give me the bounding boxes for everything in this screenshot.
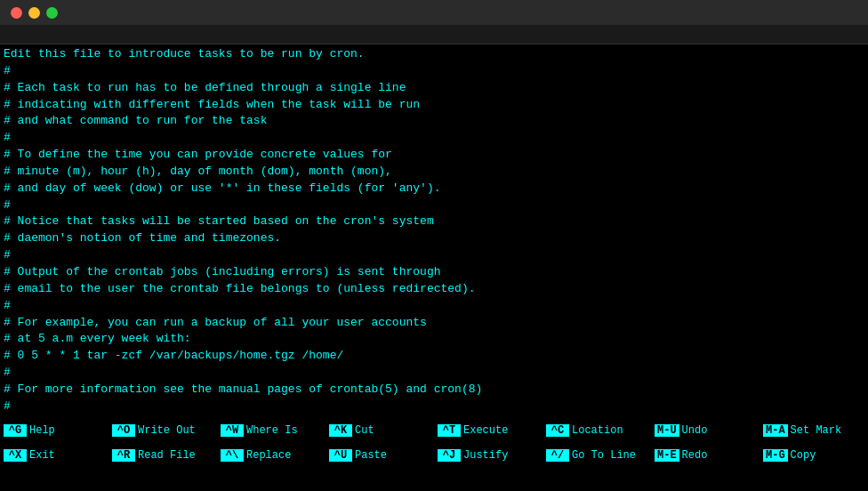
shortcut-item[interactable]: ^XExit [0, 443, 108, 468]
shortcut-key-label: M-G [763, 449, 788, 462]
shortcut-row-2: ^XExit^RRead File^\Replace^UPaste^JJusti… [0, 443, 868, 468]
maximize-button[interactable] [46, 7, 58, 19]
shortcut-action-label: Copy [791, 449, 816, 462]
shortcut-key-label: ^\ [221, 449, 244, 462]
shortcut-item[interactable]: ^\Replace [217, 443, 326, 468]
shortcut-action-label: Replace [246, 449, 291, 462]
shortcut-action-label: Cut [355, 424, 374, 437]
shortcut-key-label: ^/ [546, 449, 569, 462]
shortcut-bar: ^GHelp^OWrite Out^WWhere Is^KCut^TExecut… [0, 418, 868, 468]
shortcut-action-label: Justify [463, 449, 508, 462]
shortcut-key-label: ^G [4, 424, 27, 437]
shortcut-key-label: ^K [329, 424, 352, 437]
shortcut-action-label: Help [29, 424, 55, 437]
shortcut-item[interactable]: ^WWhere Is [217, 418, 326, 443]
shortcut-action-label: Paste [355, 449, 387, 462]
shortcut-item[interactable]: M-GCopy [760, 443, 868, 468]
shortcut-item[interactable]: ^OWrite Out [108, 418, 217, 443]
nano-topbar [0, 25, 868, 44]
shortcut-key-label: M-E [655, 449, 679, 462]
shortcut-key-label: ^R [112, 449, 135, 462]
shortcut-row-1: ^GHelp^OWrite Out^WWhere Is^KCut^TExecut… [0, 418, 868, 443]
shortcut-item[interactable]: ^/Go To Line [542, 443, 651, 468]
shortcut-item[interactable]: ^JJustify [434, 443, 542, 468]
shortcut-action-label: Exit [29, 449, 55, 462]
shortcut-action-label: Read File [138, 449, 196, 462]
shortcut-action-label: Set Mark [791, 424, 842, 437]
shortcut-key-label: ^X [4, 449, 27, 462]
shortcut-item[interactable]: M-ASet Mark [760, 418, 868, 443]
shortcut-key-label: ^J [438, 449, 461, 462]
shortcut-action-label: Write Out [138, 424, 196, 437]
shortcut-action-label: Go To Line [572, 449, 636, 462]
shortcut-action-label: Redo [682, 449, 708, 462]
shortcut-action-label: Execute [463, 424, 508, 437]
close-button[interactable] [11, 7, 22, 19]
shortcut-item[interactable]: ^GHelp [0, 418, 108, 443]
shortcut-key-label: ^U [329, 449, 352, 462]
shortcut-key-label: M-U [655, 424, 679, 437]
shortcut-item[interactable]: M-UUndo [651, 418, 760, 443]
editor-area[interactable]: Edit this file to introduce tasks to be … [0, 44, 868, 418]
minimize-button[interactable] [28, 7, 40, 19]
shortcut-item[interactable]: ^UPaste [326, 443, 434, 468]
shortcut-item[interactable]: M-ERedo [651, 443, 760, 468]
shortcut-key-label: ^W [221, 424, 244, 437]
shortcut-item[interactable]: ^RRead File [108, 443, 217, 468]
shortcut-key-label: ^O [112, 424, 135, 437]
shortcut-action-label: Undo [682, 424, 708, 437]
shortcut-item[interactable]: ^CLocation [542, 418, 651, 443]
shortcut-key-label: M-A [763, 424, 788, 437]
shortcut-item[interactable]: ^KCut [326, 418, 434, 443]
window-controls [11, 7, 58, 19]
shortcut-action-label: Where Is [246, 424, 298, 437]
shortcut-key-label: ^T [438, 424, 461, 437]
shortcut-item[interactable]: ^TExecute [434, 418, 542, 443]
shortcut-key-label: ^C [546, 424, 569, 437]
titlebar [0, 0, 868, 25]
shortcut-action-label: Location [572, 424, 623, 437]
